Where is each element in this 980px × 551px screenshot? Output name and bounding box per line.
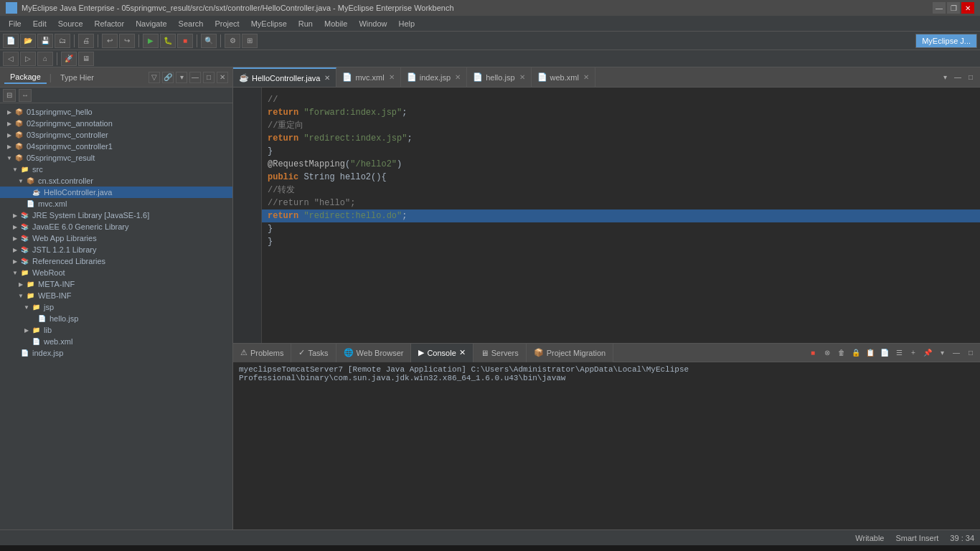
sidebar-link-button[interactable]: 🔗 <box>162 72 174 83</box>
sidebar-close-button[interactable]: ✕ <box>217 72 228 83</box>
tree-item-mvcxml[interactable]: 📄 mvc.xml <box>0 198 232 209</box>
tb-myeclipse-button[interactable]: MyEclipse J... <box>915 34 977 48</box>
sidebar-max-button[interactable]: □ <box>203 72 215 83</box>
tb-open-button[interactable]: 📂 <box>20 34 36 48</box>
tree-item-index-jsp[interactable]: 📄 index.jsp <box>0 347 232 359</box>
menu-myeclipse[interactable]: MyEclipse <box>245 18 293 29</box>
tree-item-04springmvc[interactable]: ▶ 📦 04springmvc_controller1 <box>0 141 232 152</box>
console-select-button[interactable]: ☰ <box>892 347 905 359</box>
menu-source[interactable]: Source <box>52 18 89 29</box>
tree-item-03springmvc[interactable]: ▶ 📦 03springmvc_controller <box>0 129 232 141</box>
tab-close-webxml[interactable]: ✕ <box>583 73 589 81</box>
tab-close-hellojsp[interactable]: ✕ <box>519 73 525 81</box>
bottom-tab-tasks[interactable]: ✓ Tasks <box>291 344 336 362</box>
menu-search[interactable]: Search <box>173 18 209 29</box>
restore-button[interactable]: ❐ <box>947 2 960 14</box>
menu-mobile[interactable]: Mobile <box>319 18 353 29</box>
console-stop-button[interactable]: ■ <box>806 347 819 359</box>
tree-item-controller-pkg[interactable]: ▼ 📦 cn.sxt.controller <box>0 175 232 187</box>
tree-item-web-xml[interactable]: 📄 web.xml <box>0 336 232 347</box>
tab-package[interactable]: Package <box>4 71 47 84</box>
menu-window[interactable]: Window <box>353 18 392 29</box>
tb-print-button[interactable]: 🖨 <box>78 34 94 48</box>
tb-redo-button[interactable]: ↪ <box>119 34 135 48</box>
sb-link-editor[interactable]: ↔ <box>19 89 32 102</box>
tree-item-05springmvc[interactable]: ▼ 📦 05springmvc_result <box>0 152 232 164</box>
tree-item-01springmvc[interactable]: ▶ 📦 01springmvc_hello <box>0 106 232 118</box>
console-paste-button[interactable]: 📄 <box>878 347 891 359</box>
tb-save-button[interactable]: 💾 <box>37 34 53 48</box>
console-copy-button[interactable]: 📋 <box>864 347 877 359</box>
tb2-back-button[interactable]: ◁ <box>3 52 19 66</box>
bottom-tab-console[interactable]: ▶ Console ✕ <box>411 344 473 362</box>
tab-type-hier[interactable]: Type Hier <box>55 72 100 83</box>
menu-help[interactable]: Help <box>393 18 421 29</box>
tb2-deploy-button[interactable]: 🚀 <box>61 52 77 66</box>
tb2-server-button[interactable]: 🖥 <box>78 52 94 66</box>
minimize-button[interactable]: — <box>933 2 946 14</box>
console-new-button[interactable]: + <box>907 347 920 359</box>
tree-item-src[interactable]: ▼ 📁 src <box>0 164 232 175</box>
tb-stop-button[interactable]: ■ <box>177 34 193 48</box>
tb-perspective-button[interactable]: ⊞ <box>242 34 258 48</box>
tab-hellocontroller[interactable]: ☕ HelloController.java ✕ <box>233 67 336 88</box>
tab-indexjsp[interactable]: 📄 index.jsp ✕ <box>401 67 467 88</box>
console-pin-button[interactable]: 📌 <box>921 347 934 359</box>
bottom-tab-servers[interactable]: 🖥 Servers <box>473 344 527 362</box>
console-clear-button[interactable]: 🗑 <box>835 347 848 359</box>
tb-search-button[interactable]: 🔍 <box>201 34 217 48</box>
tb-settings-button[interactable]: ⚙ <box>225 34 240 48</box>
sidebar-min-button[interactable]: — <box>189 72 201 83</box>
sb-collapse-all[interactable]: ⊟ <box>3 89 16 102</box>
bottom-tab-console-close[interactable]: ✕ <box>459 348 466 357</box>
console-scroll-lock-button[interactable]: 🔒 <box>849 347 862 359</box>
bottom-tab-webbrowser[interactable]: 🌐 Web Browser <box>336 344 412 362</box>
tab-hellojsp[interactable]: 📄 hello.jsp ✕ <box>467 67 531 88</box>
tree-item-jre[interactable]: ▶ 📚 JRE System Library [JavaSE-1.6] <box>0 209 232 221</box>
menu-refactor[interactable]: Refactor <box>89 18 131 29</box>
tab-close-indexjsp[interactable]: ✕ <box>455 73 461 81</box>
console-min-button[interactable]: — <box>950 347 963 359</box>
editor-min-button[interactable]: — <box>951 71 964 84</box>
tb-run-button[interactable]: ▶ <box>143 34 159 48</box>
tree-item-hello-jsp[interactable]: 📄 hello.jsp <box>0 313 232 324</box>
tb-new-button[interactable]: 📄 <box>3 34 19 48</box>
menu-navigate[interactable]: Navigate <box>130 18 172 29</box>
tb-save-all-button[interactable]: 🗂 <box>55 34 70 48</box>
tree-item-hellocontroller[interactable]: ☕ HelloController.java <box>0 187 232 198</box>
close-button[interactable]: ✕ <box>961 2 974 14</box>
tree-item-02springmvc[interactable]: ▶ 📦 02springmvc_annotation <box>0 118 232 129</box>
tab-close-mvcxml[interactable]: ✕ <box>389 73 395 81</box>
tab-mvcxml[interactable]: 📄 mvc.xml ✕ <box>336 67 400 88</box>
tab-list-button[interactable]: ▾ <box>938 71 951 84</box>
sidebar-collapse-button[interactable]: ▽ <box>149 72 160 83</box>
bottom-tab-projmigration[interactable]: 📦 Project Migration <box>527 344 614 362</box>
tab-close-hellocontroller[interactable]: ✕ <box>324 74 330 82</box>
menu-edit[interactable]: Edit <box>27 18 52 29</box>
console-arrow-down[interactable]: ▾ <box>936 347 948 359</box>
bottom-tab-problems[interactable]: ⚠ Problems <box>233 344 291 362</box>
label-mvcxml: mvc.xml <box>38 199 67 208</box>
console-max-button[interactable]: □ <box>964 347 977 359</box>
tree-item-webapp-libs[interactable]: ▶ 📚 Web App Libraries <box>0 232 232 244</box>
tree-item-webroot[interactable]: ▼ 📁 WebRoot <box>0 267 232 278</box>
console-disconnect-button[interactable]: ⊗ <box>821 347 834 359</box>
menu-project[interactable]: Project <box>209 18 245 29</box>
tree-item-ref-libs[interactable]: ▶ 📚 Referenced Libraries <box>0 255 232 267</box>
editor-max-button[interactable]: □ <box>964 71 977 84</box>
tb-debug-button[interactable]: 🐛 <box>160 34 176 48</box>
sidebar-menu-button[interactable]: ▾ <box>176 72 187 83</box>
tree-item-jsp-folder[interactable]: ▼ 📁 jsp <box>0 301 232 313</box>
tree-item-web-inf[interactable]: ▼ 📁 WEB-INF <box>0 290 232 301</box>
menu-run[interactable]: Run <box>293 18 319 29</box>
tb2-home-button[interactable]: ⌂ <box>37 52 53 66</box>
tree-item-javaee[interactable]: ▶ 📚 JavaEE 6.0 Generic Library <box>0 221 232 232</box>
tree-item-lib-folder[interactable]: ▶ 📁 lib <box>0 324 232 336</box>
tb2-forward-button[interactable]: ▷ <box>20 52 36 66</box>
tb-undo-button[interactable]: ↩ <box>102 34 118 48</box>
menu-file[interactable]: File <box>3 18 27 29</box>
tree-item-jstl[interactable]: ▶ 📚 JSTL 1.2.1 Library <box>0 244 232 255</box>
tab-webxml[interactable]: 📄 web.xml ✕ <box>532 67 595 88</box>
tree-item-meta-inf[interactable]: ▶ 📁 META-INF <box>0 278 232 290</box>
code-content[interactable]: // return "forward:index.jsp"; //重定向 ret… <box>262 88 980 343</box>
